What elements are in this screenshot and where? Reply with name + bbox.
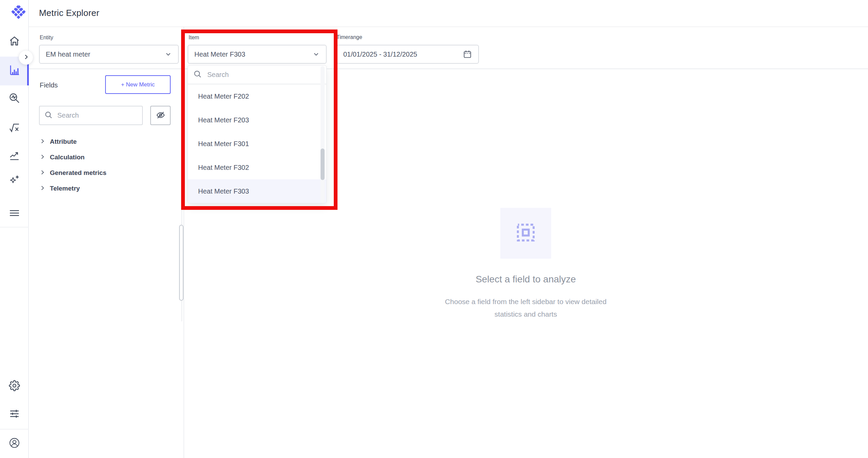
entity-label: Entity: [40, 35, 53, 41]
chevron-down-icon: [165, 51, 172, 58]
calendar-icon[interactable]: [463, 49, 472, 59]
item-option[interactable]: Heat Meter F203: [188, 108, 326, 132]
empty-state-title: Select a field to analyze: [390, 274, 661, 285]
select-area-icon: [515, 222, 536, 244]
fields-panel-scrollbar-thumb[interactable]: [179, 225, 184, 301]
trend-icon: [9, 150, 20, 162]
nav-preferences[interactable]: [0, 404, 29, 425]
chevron-right-icon: [40, 170, 45, 177]
app-logo-icon[interactable]: [11, 5, 26, 20]
item-option[interactable]: Heat Meter F301: [188, 132, 326, 156]
item-dropdown-search-box[interactable]: [188, 65, 326, 84]
rail-divider-bottom: [0, 429, 29, 430]
chevron-right-icon: [40, 154, 45, 161]
gear-icon: [9, 380, 20, 393]
nav-explore[interactable]: [0, 88, 29, 109]
chevron-right-icon: [40, 185, 45, 192]
fields-section-generated-metrics[interactable]: Generated metrics: [40, 166, 175, 180]
menu-icon: [9, 207, 20, 220]
search-icon: [193, 70, 202, 80]
nav-account[interactable]: [0, 433, 29, 454]
nav-settings[interactable]: [0, 376, 29, 397]
eye-off-icon: [156, 111, 165, 121]
account-icon: [9, 437, 20, 450]
metric-explorer-app: Metric Explorer Entity EM heat meter Ite…: [0, 0, 868, 458]
sqrt-formula-icon: [9, 122, 20, 134]
header-divider: [29, 26, 868, 27]
chevron-right-icon: [23, 54, 30, 62]
dropdown-scrollbar-track: [321, 66, 325, 203]
chevron-right-icon: [40, 138, 45, 145]
item-option[interactable]: Heat Meter F302: [188, 156, 326, 179]
explore-search-icon: [9, 93, 20, 105]
sparkles-icon: [9, 174, 20, 187]
item-label: Item: [189, 35, 199, 41]
bar-chart-icon: [9, 64, 20, 77]
nav-home[interactable]: [0, 31, 29, 52]
fields-panel-border: [184, 27, 184, 458]
timerange-input[interactable]: 01/01/2025 - 31/12/2025: [336, 45, 479, 64]
chevron-down-icon: [312, 51, 320, 58]
page-title: Metric Explorer: [39, 8, 99, 18]
nav-trends[interactable]: [0, 145, 29, 166]
item-option-selected[interactable]: Heat Meter F303: [188, 179, 326, 203]
entity-select-value: EM heat meter: [46, 51, 90, 58]
item-select[interactable]: Heat Meter F303: [188, 45, 327, 64]
nav-ai-insights[interactable]: [0, 170, 29, 191]
section-label: Calculation: [50, 154, 84, 161]
nav-calculations[interactable]: [0, 117, 29, 138]
fields-search-box[interactable]: [39, 106, 143, 125]
timerange-value: 01/01/2025 - 31/12/2025: [343, 51, 417, 58]
empty-state-tile: [500, 208, 551, 259]
section-label: Attribute: [50, 138, 77, 145]
search-icon: [44, 111, 53, 120]
nav-menu[interactable]: [0, 203, 29, 224]
section-label: Telemetry: [50, 185, 80, 192]
sidebar-expand-button[interactable]: [19, 50, 33, 65]
home-icon: [9, 36, 20, 48]
new-metric-button[interactable]: + New Metric: [105, 75, 171, 94]
dropdown-scrollbar-thumb[interactable]: [321, 148, 325, 180]
item-dropdown-search-input[interactable]: [207, 71, 321, 79]
entity-select[interactable]: EM heat meter: [39, 45, 179, 64]
sliders-icon: [9, 408, 20, 421]
fields-section-attribute[interactable]: Attribute: [40, 135, 175, 148]
item-dropdown-panel: Heat Meter F202 Heat Meter F203 Heat Met…: [188, 65, 327, 203]
icon-rail: [0, 0, 29, 458]
fields-panel-title: Fields: [40, 81, 58, 89]
toggle-hidden-fields-button[interactable]: [150, 106, 171, 125]
empty-state-subtitle-line2: statistics and charts: [390, 310, 661, 318]
item-select-value: Heat Meter F303: [194, 51, 245, 58]
item-option[interactable]: Heat Meter F202: [188, 84, 326, 108]
fields-section-calculation[interactable]: Calculation: [40, 151, 175, 164]
filter-row-divider: [29, 68, 868, 69]
timerange-label: Timerange: [336, 34, 362, 40]
empty-state-subtitle-line1: Choose a field from the left sidebar to …: [390, 298, 661, 306]
rail-divider-top: [0, 227, 29, 227]
fields-section-telemetry[interactable]: Telemetry: [40, 182, 175, 195]
section-label: Generated metrics: [50, 169, 107, 177]
fields-search-input[interactable]: [57, 112, 137, 119]
